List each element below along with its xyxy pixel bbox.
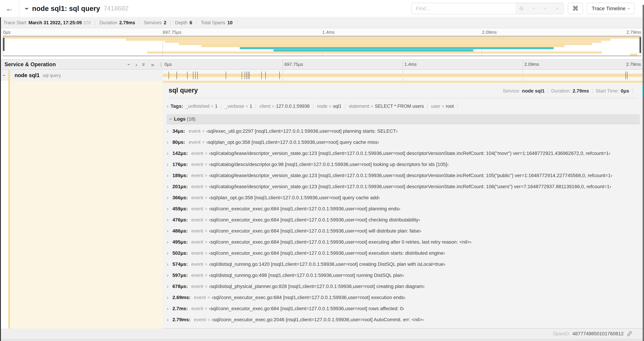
log-entry-row[interactable]: › 459μs: event = ‹sql/conn_executor_exec…: [166, 203, 642, 214]
span-row-timeline-cell[interactable]: [163, 70, 642, 81]
meta-value: 0μs: [621, 88, 629, 94]
service-color-accent: [8, 81, 10, 328]
log-field-value: ‹sql/conn_executor_exec.go:684 [nsql1,cl…: [209, 239, 472, 245]
chevron-right-icon[interactable]: ›: [167, 140, 172, 145]
logs-section-header[interactable]: › Logs (18): [166, 114, 640, 124]
log-entry-row[interactable]: › 34μs: event = ‹sql/exec_util.go:2297 […: [166, 126, 642, 137]
tags-label: Tags:: [170, 103, 183, 109]
collapse-all-icon[interactable]: »: [141, 63, 147, 66]
log-marker-tick: [226, 72, 226, 79]
chevron-right-icon[interactable]: ›: [167, 217, 172, 223]
trace-summary-bar: Trace Start March 31 2022, 17:25:09 .326…: [0, 18, 644, 28]
equals-sign: =: [205, 262, 207, 267]
span-duration-bar[interactable]: [163, 74, 642, 77]
log-entry-row[interactable]: › 2.69ms: event = ‹sql/conn_executor_exe…: [166, 292, 642, 303]
expand-one-icon[interactable]: ›: [136, 62, 137, 67]
chevron-right-icon[interactable]: ›: [167, 284, 172, 289]
view-select[interactable]: Trace Timeline ›: [587, 3, 635, 14]
log-entry-row[interactable]: › 678μs: event = ‹sql/distsql_physical_p…: [166, 281, 642, 292]
divider: [632, 88, 632, 94]
log-entry-row[interactable]: › 2.79ms: event = ‹sql/conn_executor_exe…: [166, 314, 642, 325]
equals-sign: =: [205, 206, 207, 211]
tags-row[interactable]: › Tags: _unfinished = 1 _verbose: [167, 103, 642, 109]
chevron-right-icon[interactable]: ›: [167, 162, 172, 167]
equals-sign: =: [202, 140, 205, 145]
minimap-canvas[interactable]: [3, 36, 641, 56]
span-row-name-cell[interactable]: › node sql1 sql query: [0, 70, 163, 81]
log-entry-row[interactable]: › 495μs: event = ‹sql/conn_executor_exec…: [166, 236, 642, 248]
log-entry-row[interactable]: › 142μs: event = ‹sql/catalog/lease/desc…: [166, 148, 642, 159]
log-timestamp: 459μs:: [172, 206, 188, 212]
minimap-left-drag-handle[interactable]: [3, 38, 4, 51]
chevron-right-icon[interactable]: ›: [167, 317, 172, 322]
back-button[interactable]: ←: [0, 0, 20, 17]
minimap-span-bar: [274, 49, 473, 52]
tag-key: _unfinished: [186, 104, 210, 109]
find-group: › › ×: [411, 3, 564, 14]
log-entry-row[interactable]: › 502μs: event = ‹sql/conn_executor_exec…: [166, 248, 642, 259]
log-timestamp: 2.69ms:: [172, 295, 190, 300]
span-row[interactable]: › node sql1 sql query: [0, 70, 642, 81]
chevron-right-icon[interactable]: ›: [167, 206, 172, 212]
collapse-one-icon[interactable]: ›: [126, 63, 132, 65]
chevron-right-icon[interactable]: ›: [167, 306, 172, 311]
log-entry-row[interactable]: › 476μs: event = ‹sql/conn_executor_exec…: [166, 214, 642, 225]
deep-link-icon[interactable]: [626, 330, 632, 337]
window-bottom-edge: [0, 339, 642, 341]
chevron-down-icon[interactable]: ›: [168, 118, 174, 120]
equals-sign: =: [205, 284, 207, 289]
prev-result-icon[interactable]: ›: [528, 4, 539, 14]
trace-id: 7418682: [104, 5, 128, 12]
summary-label: Services: [144, 20, 162, 26]
divider: [548, 88, 548, 94]
chevron-right-icon[interactable]: ›: [167, 239, 172, 245]
chevron-right-icon[interactable]: ›: [167, 250, 172, 256]
chevron-right-icon[interactable]: ›: [167, 195, 172, 200]
chevron-right-icon[interactable]: ›: [167, 151, 172, 156]
log-field-value: ‹sql/plan_opt.go:358 [nsql1,client=127.0…: [206, 140, 379, 145]
log-timestamp: 495μs:: [172, 239, 188, 245]
column-resize-grip[interactable]: [160, 62, 162, 67]
chevron-right-icon[interactable]: ›: [167, 184, 172, 189]
log-entry-row[interactable]: › 189μs: event = ‹sql/catalog/lease/desc…: [166, 170, 642, 181]
log-entry-row[interactable]: › 2.7ms: event = ‹sql/conn_executor_exec…: [166, 303, 642, 314]
equals-sign: =: [205, 240, 207, 244]
keyboard-shortcuts-button[interactable]: ⌘: [568, 3, 583, 14]
equals-sign: =: [272, 104, 274, 109]
trace-title-group[interactable]: › node sql1: sql query 7418682: [26, 5, 128, 13]
clear-search-icon[interactable]: ×: [552, 3, 562, 14]
chevron-right-icon[interactable]: ›: [167, 129, 172, 134]
locate-icon[interactable]: [516, 3, 526, 14]
chevron-right-icon[interactable]: ›: [167, 173, 172, 178]
log-field-name: event: [191, 151, 203, 156]
tag-value: 1: [215, 104, 218, 109]
chevron-right-icon[interactable]: ›: [167, 273, 172, 278]
tag-key: _verbose: [225, 104, 244, 109]
log-entry-row[interactable]: › 366μs: event = ‹sql/plan_opt.go:358 [n…: [166, 192, 642, 203]
log-entry-row[interactable]: › 176μs: event = ‹sql/catalog/descs/desc…: [166, 159, 642, 170]
minimap-tick-label: 2.79ms: [626, 30, 641, 35]
chevron-right-icon[interactable]: ›: [167, 262, 172, 267]
next-result-icon[interactable]: ›: [540, 4, 551, 14]
expand-all-icon[interactable]: »: [151, 62, 154, 67]
chevron-down-icon[interactable]: ›: [2, 75, 7, 76]
summary-value: 6: [190, 20, 192, 26]
minimap-right-drag-handle[interactable]: [640, 37, 641, 53]
log-entry-row[interactable]: › 201μs: event = ‹sql/catalog/lease/desc…: [166, 181, 642, 192]
detail-meta: Service: node sql1 Duration: 2.79ms Star…: [503, 88, 636, 94]
chevron-right-icon[interactable]: ›: [167, 104, 168, 109]
log-entry-row[interactable]: › 574μs: event = ‹sql/distsql_running.go…: [166, 259, 642, 270]
log-entry-row[interactable]: › 597μs: event = ‹sql/distsql_running.go…: [166, 270, 642, 281]
find-input[interactable]: [412, 3, 516, 14]
chevron-right-icon[interactable]: ›: [167, 295, 172, 300]
chevron-right-icon[interactable]: ›: [167, 228, 172, 234]
chevron-down-icon[interactable]: ›: [23, 7, 31, 10]
summary-suffix: .326: [82, 20, 91, 26]
log-field-value: ‹sql/catalog/lease/descriptor_version_st…: [209, 151, 610, 156]
equals-sign: =: [205, 217, 207, 222]
log-timestamp: 189μs:: [172, 173, 188, 178]
tag-value: root: [446, 104, 454, 109]
log-field-value: ‹sql/conn_executor_exec.go:684 [nsql1,cl…: [209, 306, 404, 311]
log-entry-row[interactable]: › 486μs: event = ‹sql/conn_executor_exec…: [166, 225, 642, 236]
log-entry-row[interactable]: › 80μs: event = ‹sql/plan_opt.go:358 [ns…: [166, 137, 642, 148]
